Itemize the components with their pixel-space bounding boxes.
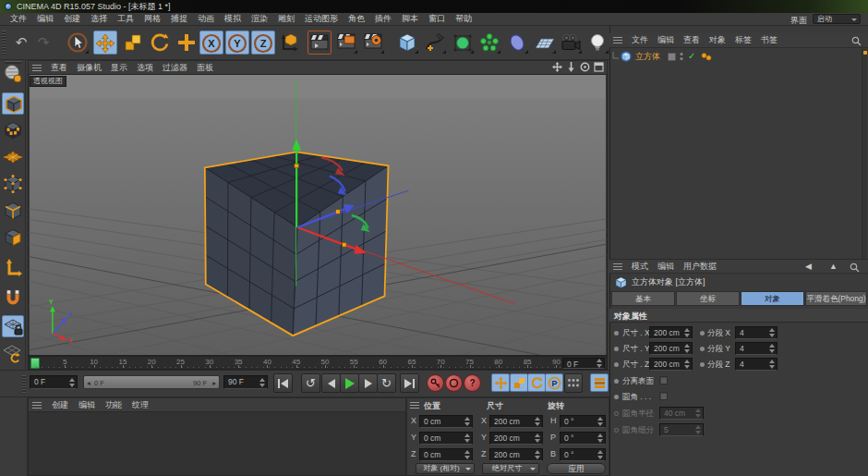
- menu-help[interactable]: 帮助: [455, 13, 472, 25]
- pos-z-field[interactable]: 0 cm: [419, 448, 473, 461]
- pos-y-field[interactable]: 0 cm: [419, 432, 473, 445]
- layout-select[interactable]: 启动: [813, 14, 861, 24]
- coordinate-system-button[interactable]: [277, 31, 301, 55]
- go-to-start-button[interactable]: [273, 373, 293, 393]
- add-cube-button[interactable]: [395, 31, 419, 55]
- live-selection-button[interactable]: [66, 31, 90, 55]
- loop-button[interactable]: ↻: [377, 373, 396, 393]
- history-up-icon[interactable]: ▲: [829, 262, 838, 271]
- last-tool-button[interactable]: [175, 31, 199, 55]
- menu-sculpt[interactable]: 雕刻: [278, 13, 295, 25]
- menu-select[interactable]: 选择: [90, 13, 107, 25]
- seg-z-input[interactable]: 4: [735, 358, 778, 371]
- record-position-button[interactable]: [491, 373, 510, 392]
- size-x-input[interactable]: 200 cm: [649, 326, 693, 339]
- light-button[interactable]: [585, 31, 609, 55]
- menu-create[interactable]: 创建: [64, 13, 80, 25]
- om-menu-view[interactable]: 查看: [683, 34, 700, 46]
- gizmo-y-handle[interactable]: [295, 164, 299, 168]
- menu-character[interactable]: 角色: [348, 13, 365, 25]
- menu-edit[interactable]: 编辑: [37, 13, 54, 25]
- rot-b-field[interactable]: 0 °: [560, 448, 606, 461]
- playhead-marker[interactable]: [30, 358, 40, 369]
- vp-menu-options[interactable]: 选项: [137, 62, 153, 74]
- history-back-icon[interactable]: ◀: [805, 262, 812, 271]
- point-level-animation-button[interactable]: [564, 373, 583, 393]
- texture-mode-button[interactable]: [2, 119, 24, 141]
- record-scale-button[interactable]: [510, 373, 528, 392]
- object-name[interactable]: 立方体: [635, 51, 660, 63]
- end-frame-field[interactable]: 90 F: [223, 375, 268, 389]
- menu-window[interactable]: 窗口: [428, 13, 445, 25]
- mat-menu-edit[interactable]: 编辑: [78, 399, 95, 411]
- make-editable-button[interactable]: [2, 63, 24, 85]
- lock-x-axis-button[interactable]: X: [199, 31, 223, 55]
- layer-badge[interactable]: [668, 53, 676, 61]
- om-menu-tags[interactable]: 标签: [735, 34, 752, 46]
- coords-mode-dropdown[interactable]: 对象 (相对): [416, 463, 475, 474]
- keying-settings-button[interactable]: [590, 373, 609, 392]
- stepper-icon[interactable]: [259, 378, 266, 387]
- size-z-input[interactable]: 200 cm: [649, 358, 693, 371]
- coords-size-dropdown[interactable]: 绝对尺寸: [482, 463, 539, 474]
- ruler-frame-field[interactable]: 0 F: [562, 358, 605, 369]
- workplane-grid-button[interactable]: [2, 342, 24, 364]
- param-dot[interactable]: [700, 362, 705, 367]
- material-list-area[interactable]: [28, 412, 406, 476]
- toolbar-grip[interactable]: [2, 31, 6, 55]
- zoom-view-icon[interactable]: [566, 62, 576, 72]
- transport-grip[interactable]: [22, 375, 26, 394]
- object-properties-header[interactable]: 对象属性: [609, 309, 868, 323]
- range-left-arrow[interactable]: ◂: [87, 377, 90, 389]
- menu-snap[interactable]: 捕捉: [171, 13, 187, 25]
- frame-range-slider[interactable]: ◂ 0 F 90 F ▸: [83, 375, 220, 389]
- menu-render[interactable]: 渲染: [251, 13, 268, 25]
- panel-menu-icon[interactable]: [613, 262, 622, 271]
- floor-button[interactable]: [533, 31, 557, 55]
- go-to-end-button[interactable]: [400, 373, 419, 393]
- edges-mode-button[interactable]: [2, 200, 24, 222]
- menu-simulate[interactable]: 模拟: [224, 13, 241, 25]
- camera-button[interactable]: [559, 31, 583, 55]
- current-frame-field[interactable]: 0 F: [30, 375, 78, 389]
- size-z-field[interactable]: 200 cm: [489, 448, 543, 461]
- perspective-viewport[interactable]: Y Z X: [28, 74, 608, 356]
- om-menu-file[interactable]: 文件: [632, 34, 648, 46]
- search-icon[interactable]: [851, 36, 862, 46]
- vp-menu-cameras[interactable]: 摄像机: [77, 62, 102, 74]
- menu-animate[interactable]: 动画: [198, 13, 214, 25]
- vp-menu-panel[interactable]: 面板: [197, 62, 213, 74]
- render-view-button[interactable]: [307, 31, 332, 55]
- record-parameter-button[interactable]: P: [545, 373, 563, 392]
- lock-z-axis-button[interactable]: Z: [251, 31, 275, 55]
- undo-button[interactable]: ↶: [9, 31, 33, 55]
- rot-p-field[interactable]: 0 °: [560, 432, 606, 445]
- view-label[interactable]: 透视视图: [30, 76, 66, 87]
- scale-tool-button[interactable]: [121, 31, 145, 55]
- toggle-view-icon[interactable]: [594, 62, 604, 72]
- object-row-cube[interactable]: 立方体 ✓: [611, 50, 713, 63]
- points-mode-button[interactable]: [2, 173, 24, 195]
- tab-coordinates[interactable]: 坐标: [676, 291, 740, 306]
- keyframe-selection-button[interactable]: ?: [464, 374, 481, 392]
- record-rotation-button[interactable]: [527, 373, 546, 392]
- panel-menu-icon[interactable]: [32, 401, 42, 409]
- rot-h-field[interactable]: 0 °: [560, 415, 606, 428]
- om-menu-bookmarks[interactable]: 书签: [761, 34, 778, 46]
- play-backwards-button[interactable]: ↺: [301, 373, 320, 393]
- render-settings-button[interactable]: [361, 31, 385, 55]
- panel-menu-icon[interactable]: [410, 401, 419, 409]
- stepper-icon[interactable]: [68, 378, 76, 387]
- snap-button[interactable]: [2, 287, 24, 310]
- lock-y-axis-button[interactable]: Y: [225, 31, 249, 55]
- next-frame-button[interactable]: [358, 373, 378, 393]
- record-keyframe-button[interactable]: [427, 374, 444, 392]
- menu-mograph[interactable]: 运动图形: [305, 13, 338, 25]
- timeline-ruler[interactable]: 051015202530354045505560657075808590 0 F: [28, 356, 608, 370]
- deformer-button[interactable]: [505, 31, 529, 55]
- redo-button[interactable]: ↷: [31, 31, 55, 55]
- workplane-mode-button[interactable]: [2, 146, 24, 168]
- mat-menu-function[interactable]: 功能: [105, 399, 122, 411]
- param-dot[interactable]: [614, 331, 619, 336]
- fillet-checkbox[interactable]: [659, 392, 668, 400]
